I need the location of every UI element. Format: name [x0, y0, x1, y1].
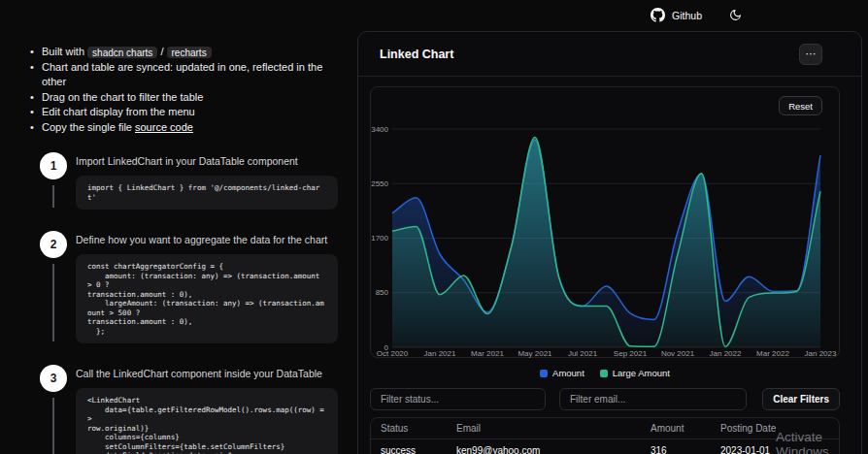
table-row[interactable]: successken99@yahoo.com3162023-01-01: [371, 439, 839, 454]
bullet-text: Edit chart display from the menu: [42, 106, 195, 117]
column-header[interactable]: Amount: [641, 423, 711, 434]
x-axis-label: Jan 2023: [805, 349, 837, 358]
x-axis-label: Jul 2021: [568, 349, 598, 358]
x-axis-label: Sep 2021: [614, 349, 648, 358]
legend-label: Large Amount: [613, 368, 670, 378]
table-body: successken99@yahoo.com3162023-01-01: [371, 439, 839, 454]
chart-container: Reset 0850170025503400Oct 2020Jan 2021Ma…: [370, 86, 840, 358]
inline-code-badge: shadcn charts: [87, 47, 157, 58]
chart-legend: AmountLarge Amount: [370, 368, 840, 378]
column-header[interactable]: Posting Date: [711, 423, 839, 434]
step-title: Call the LinkedChart component inside yo…: [76, 365, 338, 379]
bullet-text: Drag on the chart to filter the table: [42, 91, 203, 103]
x-axis-label: Mar 2022: [756, 349, 789, 358]
legend-swatch: [600, 370, 608, 377]
y-axis-label: 2550: [371, 179, 388, 188]
x-axis-label: Oct 2020: [377, 349, 409, 358]
step-connector-line: [52, 264, 54, 341]
filter-status-input[interactable]: [370, 388, 546, 410]
reset-button[interactable]: Reset: [779, 96, 822, 115]
table-cell: 316: [641, 445, 711, 454]
theme-toggle-button[interactable]: [727, 7, 744, 23]
step-code-block: const chartAggregatorConfig = { amount: …: [76, 254, 338, 343]
legend-label: Amount: [552, 368, 584, 378]
bullet-text: Built with: [42, 46, 87, 57]
step-code-block: <LinkedChart data={table.getFilteredRowM…: [76, 388, 338, 454]
step-number-badge: 3: [40, 365, 67, 392]
clear-filters-button[interactable]: Clear Filters: [762, 388, 840, 410]
chart-menu-button[interactable]: ⋯: [799, 44, 822, 65]
x-axis-label: Jan 2021: [424, 349, 456, 358]
intro-section: Built with shadcn charts / rechartsChart…: [29, 45, 338, 454]
moon-icon: [729, 9, 742, 21]
card-header: Linked Chart ⋯: [358, 32, 861, 77]
x-axis-label: Jan 2022: [710, 349, 742, 358]
bullet-text: Chart and table are synced: updated in o…: [42, 61, 322, 88]
table-header: StatusEmailAmountPosting Date: [371, 418, 839, 439]
area-chart[interactable]: 0850170025503400Oct 2020Jan 2021Mar 2021…: [371, 87, 841, 359]
inline-code-badge: recharts: [167, 47, 212, 58]
y-axis-label: 850: [376, 288, 389, 297]
ellipsis-icon: ⋯: [806, 49, 817, 59]
github-link[interactable]: Github: [651, 8, 702, 22]
step-title: Import LinkedChart in your DataTable com…: [76, 152, 338, 167]
column-header[interactable]: Status: [371, 423, 447, 434]
filter-email-input[interactable]: [559, 388, 747, 410]
table-cell: 2023-01-01: [711, 445, 839, 454]
table-header-row: StatusEmailAmountPosting Date: [371, 418, 839, 439]
step-number-badge: 2: [40, 231, 67, 258]
step-number-badge: 1: [40, 152, 67, 179]
area-fill-large-amount: [392, 138, 820, 347]
linked-chart-card: Linked Chart ⋯ Reset 0850170025503400Oct…: [357, 31, 862, 454]
feature-bullet: Chart and table are synced: updated in o…: [29, 60, 338, 90]
y-axis-label: 3400: [371, 125, 388, 134]
step-code-block: import { LinkedChart } from '@/component…: [76, 176, 338, 210]
filters-row: Clear Filters: [370, 388, 840, 410]
column-header[interactable]: Email: [447, 423, 641, 434]
table-cell: success: [371, 445, 447, 454]
step-item: 2Define how you want to aggregate the da…: [29, 231, 338, 343]
x-axis-label: May 2021: [517, 349, 552, 358]
step-connector-line: [52, 398, 54, 454]
feature-bullet: Drag on the chart to filter the table: [29, 90, 338, 106]
topbar: Github: [651, 7, 744, 23]
legend-item[interactable]: Large Amount: [600, 368, 670, 378]
bullet-text: /: [157, 46, 166, 57]
table-cell: ken99@yahoo.com: [447, 445, 641, 454]
x-axis-label: Nov 2021: [661, 349, 695, 358]
step-title: Define how you want to aggregate the dat…: [76, 231, 338, 245]
bullet-text: Copy the single file: [42, 121, 135, 133]
feature-bullet: Copy the single file source code: [29, 120, 338, 136]
y-axis-label: 1700: [371, 234, 388, 243]
source-code-link[interactable]: source code: [135, 121, 193, 133]
step-item: 3Call the LinkedChart component inside y…: [29, 365, 338, 454]
legend-item[interactable]: Amount: [540, 368, 584, 378]
card-title: Linked Chart: [380, 48, 453, 61]
step-item: 1Import LinkedChart in your DataTable co…: [29, 152, 338, 210]
github-label: Github: [672, 10, 702, 21]
x-axis-label: Mar 2021: [471, 349, 504, 358]
legend-swatch: [540, 370, 548, 377]
steps-list: 1Import LinkedChart in your DataTable co…: [29, 152, 338, 454]
data-table: StatusEmailAmountPosting Date successken…: [370, 417, 840, 454]
step-connector-line: [52, 185, 54, 208]
feature-bullet: Edit chart display from the menu: [29, 105, 338, 120]
feature-list: Built with shadcn charts / rechartsChart…: [29, 45, 338, 135]
github-icon: [651, 8, 665, 22]
feature-bullet: Built with shadcn charts / recharts: [29, 45, 338, 60]
